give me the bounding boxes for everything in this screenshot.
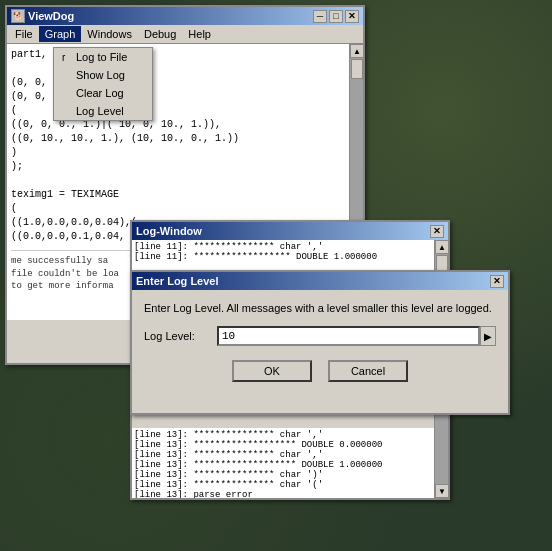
- log-line: [line 13]: *************** char ')': [134, 470, 446, 480]
- dialog-content: Enter Log Level. All messages with a lev…: [132, 290, 508, 394]
- dialog-label: Log Level:: [144, 330, 209, 342]
- menu-debug[interactable]: Debug: [138, 26, 182, 42]
- input-arrow[interactable]: ▶: [480, 326, 496, 346]
- dropdown-clear-log[interactable]: Clear Log: [54, 84, 152, 102]
- log-title-bar: Log-Window ✕: [132, 222, 448, 240]
- code-line: ((0, 10., 10., 1.), (10, 10., 0., 1.)): [11, 132, 359, 146]
- dialog-buttons: OK Cancel: [144, 360, 496, 382]
- log-line: [line 13]: *************** char '(': [134, 480, 446, 490]
- code-line: (: [11, 202, 359, 216]
- viewdog-icon: 🐕: [11, 9, 25, 23]
- dropdown-show-log[interactable]: Show Log: [54, 66, 152, 84]
- menu-graph[interactable]: Graph: [39, 26, 82, 42]
- log-scroll-up[interactable]: ▲: [435, 240, 449, 254]
- log-bottom-section: [line 13]: *************** char ',' [lin…: [132, 428, 448, 498]
- menu-help[interactable]: Help: [182, 26, 217, 42]
- dropdown-log-level[interactable]: Log Level: [54, 102, 152, 120]
- dialog-window: Enter Log Level ✕ Enter Log Level. All m…: [130, 270, 510, 415]
- log-line: [line 11]: *************** char ',': [134, 242, 446, 252]
- code-line: );: [11, 160, 359, 174]
- ok-button[interactable]: OK: [232, 360, 312, 382]
- scroll-thumb[interactable]: [351, 59, 363, 79]
- menu-windows[interactable]: Windows: [81, 26, 138, 42]
- log-line: [line 11]: ****************** DOUBLE 1.0…: [134, 252, 446, 262]
- log-scroll-down[interactable]: ▼: [435, 484, 449, 498]
- cancel-button[interactable]: Cancel: [328, 360, 408, 382]
- dialog-title-bar: Enter Log Level ✕: [132, 272, 508, 290]
- close-button[interactable]: ✕: [345, 10, 359, 23]
- log-title: Log-Window: [136, 225, 202, 237]
- code-line: ): [11, 146, 359, 160]
- dialog-input-container: 10 ▶: [217, 326, 496, 346]
- log-line: [line 13]: ******************* DOUBLE 0.…: [134, 440, 446, 450]
- log-level-input[interactable]: 10: [217, 326, 480, 346]
- dialog-input-row: Log Level: 10 ▶: [144, 326, 496, 346]
- log-line: [line 13]: *************** char ',': [134, 450, 446, 460]
- log-line: [line 13]: parse error: [134, 490, 446, 498]
- dialog-title: Enter Log Level: [136, 275, 219, 287]
- menu-bar: File Graph Windows Debug Help: [7, 25, 363, 44]
- maximize-button[interactable]: □: [329, 10, 343, 23]
- log-line: [line 13]: *************** char ',': [134, 430, 446, 440]
- code-line: [11, 174, 359, 188]
- code-line: teximg1 = TEXIMAGE: [11, 188, 359, 202]
- dialog-message: Enter Log Level. All messages with a lev…: [144, 302, 496, 314]
- dialog-close-button[interactable]: ✕: [490, 275, 504, 288]
- log-line: [line 13]: ******************* DOUBLE 1.…: [134, 460, 446, 470]
- log-close-button[interactable]: ✕: [430, 225, 444, 238]
- scroll-up-btn[interactable]: ▲: [350, 44, 364, 58]
- menu-file[interactable]: File: [9, 26, 39, 42]
- graph-dropdown: r Log to File Show Log Clear Log Log Lev…: [53, 47, 153, 121]
- minimize-button[interactable]: ─: [313, 10, 327, 23]
- dropdown-log-to-file[interactable]: r Log to File: [54, 48, 152, 66]
- viewdog-title-bar: 🐕 ViewDog ─ □ ✕: [7, 7, 363, 25]
- check-icon: r: [62, 52, 76, 63]
- viewdog-title: ViewDog: [28, 10, 74, 22]
